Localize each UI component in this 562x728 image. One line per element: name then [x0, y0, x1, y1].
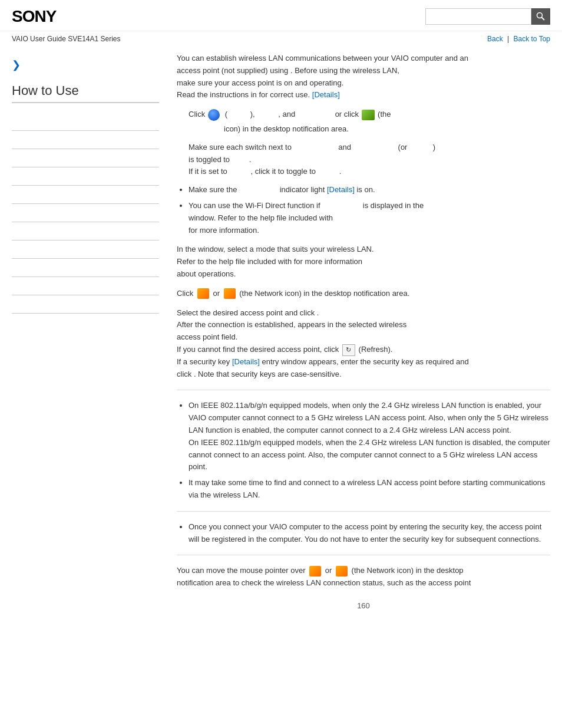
refresh-icon: ↻ — [342, 344, 355, 356]
intro-line3: make sure your access point is on and op… — [177, 78, 343, 87]
click-network-para: Click or (the Network icon) in the deskt… — [177, 288, 550, 300]
hint-bullet-1: Once you connect your VAIO computer to t… — [189, 521, 550, 546]
sidebar-nav-item[interactable] — [12, 241, 159, 259]
sidebar-nav-item[interactable] — [12, 167, 159, 186]
sidebar-nav-item[interactable] — [12, 113, 159, 131]
sidebar: ❯ How to Use — [0, 52, 171, 610]
sidebar-arrow-icon: ❯ — [12, 58, 159, 71]
search-button[interactable] — [531, 8, 550, 25]
page-number: 160 — [177, 601, 550, 610]
step1-click-label: Click — [189, 108, 205, 121]
network-icon-color-1 — [197, 288, 209, 299]
step1-orclick: or click — [335, 108, 359, 121]
note-section: On IEEE 802.11a/b/g/n equipped models, w… — [189, 400, 550, 501]
step-2: Make sure each switch next to and (or ) … — [189, 141, 550, 178]
intro-paragraph: You can establish wireless LAN communica… — [177, 52, 550, 101]
network-icon-color-2 — [224, 288, 236, 299]
hint-section: Once you connect your VAIO computer to t… — [189, 521, 550, 546]
breadcrumb-separator: | — [507, 35, 511, 43]
step1-the: (the — [378, 108, 391, 121]
sidebar-nav-item[interactable] — [12, 277, 159, 295]
search-input[interactable] — [425, 8, 531, 25]
note-bullet-1: On IEEE 802.11a/b/g/n equipped models, w… — [189, 400, 550, 473]
section-divider-1 — [177, 390, 550, 390]
back-to-top-link[interactable]: Back to Top — [514, 35, 550, 43]
select-ap-para: Select the desired access point and clic… — [177, 307, 550, 381]
globe-icon — [208, 109, 220, 121]
svg-point-0 — [537, 13, 543, 18]
breadcrumb-nav: Back | Back to Top — [487, 35, 550, 43]
sidebar-nav-item[interactable] — [12, 186, 159, 204]
note-bullet-2: It may take some time to find and connec… — [189, 477, 550, 502]
step1-blank — [229, 108, 249, 121]
breadcrumb-bar: VAIO User Guide SVE14A1 Series Back | Ba… — [0, 31, 562, 47]
step2-line1: Make sure each switch next to and (or ) — [189, 141, 550, 154]
page-header: SONY — [0, 0, 562, 31]
tip-bullets: Make sure the indicator light [Details] … — [189, 184, 550, 236]
intro-line1: You can establish wireless LAN communica… — [177, 54, 468, 62]
sidebar-nav-item[interactable] — [12, 204, 159, 222]
details-link-3[interactable]: [Details] — [232, 357, 260, 366]
network-icon-small — [362, 110, 375, 120]
bottom-network-icon-1 — [309, 566, 321, 577]
sony-logo: SONY — [12, 7, 56, 26]
step3-line: If it is set to , click it to toggle to … — [189, 166, 550, 178]
step1-blank2 — [297, 108, 333, 121]
sidebar-title: How to Use — [12, 83, 159, 103]
back-link[interactable]: Back — [487, 35, 503, 43]
section-divider-2 — [177, 511, 550, 512]
search-area — [425, 8, 550, 25]
intro-line4: Read the instructions in for correct use… — [177, 90, 310, 99]
details-link-2[interactable]: [Details] — [327, 185, 355, 194]
sidebar-nav — [12, 113, 159, 314]
step2-line2: is toggled to . — [189, 154, 550, 166]
section-divider-3 — [177, 555, 550, 555]
sidebar-nav-item[interactable] — [12, 259, 159, 277]
sidebar-nav-item[interactable] — [12, 149, 159, 167]
sidebar-nav-item[interactable] — [12, 131, 159, 149]
step1-and: ), , and — [250, 108, 296, 121]
step1-line2: icon) in the desktop notification area. — [189, 123, 550, 136]
details-link-1[interactable]: [Details] — [312, 90, 340, 99]
tip-bullet-2: You can use the Wi-Fi Direct function if… — [189, 200, 550, 236]
guide-title: VAIO User Guide SVE14A1 Series — [12, 35, 121, 43]
step-1-line: Click ( ), , and or click (the — [189, 108, 550, 121]
intro-line2: access point (not supplied) using . Befo… — [177, 66, 399, 75]
svg-line-1 — [542, 18, 545, 21]
window-select-para: In the window, select a mode that suits … — [177, 243, 550, 280]
sidebar-nav-item[interactable] — [12, 222, 159, 241]
bottom-para: You can move the mouse pointer over or (… — [177, 565, 550, 589]
step1-paren: ( — [223, 108, 227, 121]
step-1: Click ( ), , and or click (the icon) in … — [189, 108, 550, 136]
main-content: You can establish wireless LAN communica… — [171, 52, 562, 610]
sidebar-nav-item[interactable] — [12, 295, 159, 314]
bottom-network-icon-2 — [336, 566, 348, 577]
content-wrapper: ❯ How to Use You can establish wireless … — [0, 47, 562, 622]
tip-bullet-1: Make sure the indicator light [Details] … — [189, 184, 550, 196]
